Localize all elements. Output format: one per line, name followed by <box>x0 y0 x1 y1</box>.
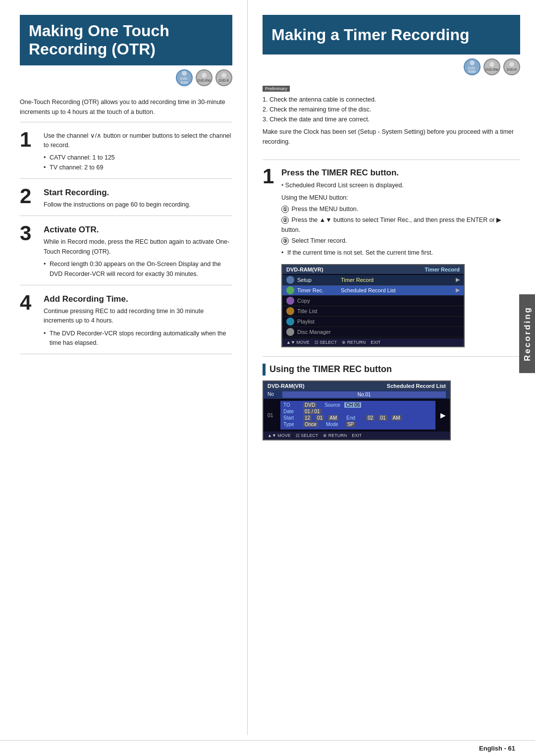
sched-mode-value: SP <box>346 422 355 427</box>
sched-start-h: 12 <box>303 415 312 421</box>
sched-to-label: TO <box>283 402 299 408</box>
prelim-item-3: 3. Check the date and time are correct. <box>263 114 520 124</box>
osd-footer-return: ⊕ RETURN <box>342 340 366 345</box>
sched-no: 01 <box>268 412 277 418</box>
sched-title-left: DVD-RAM(VR) <box>268 383 305 389</box>
sched-header-row: No No.01 <box>264 390 450 399</box>
sched-titlebar: DVD-RAM(VR) Scheduled Record List <box>264 381 450 390</box>
osd-row-timerrec: Timer Rec. Scheduled Record List ▶ <box>282 285 464 296</box>
osd-titlebar: DVD-RAM(VR) Timer Record <box>282 265 464 274</box>
step-1-bullet-2: TV channel: 2 to 69 <box>44 163 232 172</box>
using-menu-label: Using the MENU button: <box>281 193 520 203</box>
osd-title-left: DVD-RAM(VR) <box>286 267 323 272</box>
two-column-layout: Making One Touch Recording (OTR) DVD-RAM… <box>0 0 535 735</box>
step-1: 1 Use the channel ∨/∧ button or number b… <box>20 122 232 179</box>
osd-footer-exit: EXIT <box>371 340 380 345</box>
sched-body: 01 TO DVD Source CH 06 Date <box>264 399 450 432</box>
page-footer: English - 61 <box>0 740 535 756</box>
step-2-number: 2 <box>20 186 39 207</box>
discmgr-icon <box>286 328 294 336</box>
titlelist-icon <box>286 307 294 315</box>
sched-footer-move: ▲▼ MOVE <box>268 433 291 438</box>
right-step-1-content: Press the TIMER REC button. • Scheduled … <box>281 168 520 351</box>
step-2-content: Start Recording. Follow the instructions… <box>39 188 232 210</box>
step-1-bullets: CATV channel: 1 to 125 TV channel: 2 to … <box>44 153 232 172</box>
right-disc-icons: DVD-RAM DVD-RW DVD-R <box>263 54 520 79</box>
step-1-bullet-1: CATV channel: 1 to 125 <box>44 153 232 162</box>
circle-3-icon: ③ <box>281 237 289 245</box>
left-column: Making One Touch Recording (OTR) DVD-RAM… <box>0 0 248 735</box>
osd-footer-move: ▲▼ MOVE <box>286 340 310 345</box>
subsection-title: Using the TIMER REC button <box>263 364 520 376</box>
sched-start-am: AM <box>328 415 338 421</box>
sched-footer-select: ⊡ SELECT <box>296 433 319 438</box>
right-title: Making a Timer Recording <box>271 26 470 44</box>
osd-row-discmgr: Disc Manager <box>282 327 464 337</box>
page-container: Making One Touch Recording (OTR) DVD-RAM… <box>0 0 535 756</box>
timerrec-icon <box>286 286 294 294</box>
menu-inst-2: ② Press the ▲▼ buttons to select Timer R… <box>281 216 520 235</box>
left-intro: One-Touch Recording (OTR) allows you to … <box>20 90 232 122</box>
step-4-bullet-1: The DVD Recorder-VCR stops recording aut… <box>44 329 232 348</box>
step-4-bullets: The DVD Recorder-VCR stops recording aut… <box>44 329 232 348</box>
scheduled-record-screen: DVD-RAM(VR) Scheduled Record List No No.… <box>263 380 451 440</box>
sched-type-mode-row: Type Once Mode SP <box>283 422 432 427</box>
osd-footer-select: ⊡ SELECT <box>315 340 337 345</box>
step-3: 3 Activate OTR. While in Record mode, pr… <box>20 216 232 285</box>
step-3-desc: While in Record mode, press the REC butt… <box>44 237 232 257</box>
sched-no-header: No <box>268 391 282 398</box>
step-3-number: 3 <box>20 223 39 244</box>
step-1-number: 1 <box>20 129 39 150</box>
sched-end-m: 01 <box>378 415 387 421</box>
scheduled-record-note: • Scheduled Record List screen is displa… <box>281 181 520 190</box>
sched-footer-exit: EXIT <box>352 433 362 438</box>
preliminary-label: Preliminary <box>263 86 290 92</box>
step-1-content: Use the channel ∨/∧ button or number but… <box>39 131 232 173</box>
dvd-ram-icon: DVD-RAM <box>176 69 193 86</box>
sched-start-label: Start <box>283 415 299 421</box>
sched-end-label: End <box>346 415 362 421</box>
playlist-icon <box>286 318 294 325</box>
recording-tab: Recording <box>519 294 535 373</box>
right-step-1-title: Press the TIMER REC button. <box>281 168 520 178</box>
sched-source-label: Source <box>324 402 340 408</box>
right-dvd-r-icon: DVD-R <box>503 58 520 75</box>
step-4-desc: Continue pressing REC to add recording t… <box>44 307 232 326</box>
osd-row-copy: Copy <box>282 296 464 306</box>
subsection-bar <box>263 364 266 376</box>
osd-title-right: Timer Record <box>425 267 460 272</box>
page-number: English - 61 <box>479 745 515 752</box>
prelim-note: Make sure the Clock has been set (Setup … <box>263 127 520 147</box>
osd-screen: DVD-RAM(VR) Timer Record Setup Timer Rec… <box>281 264 465 347</box>
step-4: 4 Add Recording Time. Continue pressing … <box>20 285 232 355</box>
osd-row-playlist: Playlist <box>282 317 464 327</box>
sched-start-end-row: Start 12 01 AM End 02 01 AM <box>283 415 432 421</box>
right-step-1-number: 1 <box>263 166 281 187</box>
menu-inst-3: ③ Select Timer record. <box>281 236 520 246</box>
sched-entry: TO DVD Source CH 06 Date 01 / 01 <box>280 401 435 430</box>
right-column: Making a Timer Recording DVD-RAM DVD-RW … <box>248 0 535 735</box>
right-step-1-desc: • Scheduled Record List screen is displa… <box>281 181 520 258</box>
step-2: 2 Start Recording. Follow the instructio… <box>20 179 232 216</box>
step-3-bullets: Record length 0:30 appears on the On-Scr… <box>44 260 232 279</box>
sched-end-am: AM <box>391 415 402 421</box>
current-time-note: If the current time is not set. Set the … <box>281 248 520 258</box>
sched-to-source-row: TO DVD Source CH 06 <box>283 402 432 408</box>
sched-to-value: DVD <box>303 402 317 408</box>
sched-title-right: Scheduled Record List <box>387 383 446 389</box>
sched-end-h: 02 <box>366 415 374 421</box>
right-section-header: Making a Timer Recording <box>263 15 520 54</box>
left-title: Making One Touch Recording (OTR) <box>29 22 169 58</box>
sched-type-label: Type <box>283 422 299 427</box>
sched-start-m: 01 <box>316 415 324 421</box>
step-1-desc: Use the channel ∨/∧ button or number but… <box>44 131 232 151</box>
right-dvd-ram-icon: DVD-RAM <box>464 58 481 75</box>
sched-date-value: 01 / 01 <box>303 409 321 414</box>
sched-source-value: CH 06 <box>344 402 361 408</box>
dvd-r-icon: DVD-R <box>215 69 232 86</box>
sched-arrow-right: ▶ <box>440 411 446 419</box>
sched-type-value: Once <box>303 422 318 427</box>
setup-icon <box>286 276 294 284</box>
copy-icon <box>286 297 294 305</box>
sched-entry-row: 01 TO DVD Source CH 06 Date <box>264 400 450 431</box>
